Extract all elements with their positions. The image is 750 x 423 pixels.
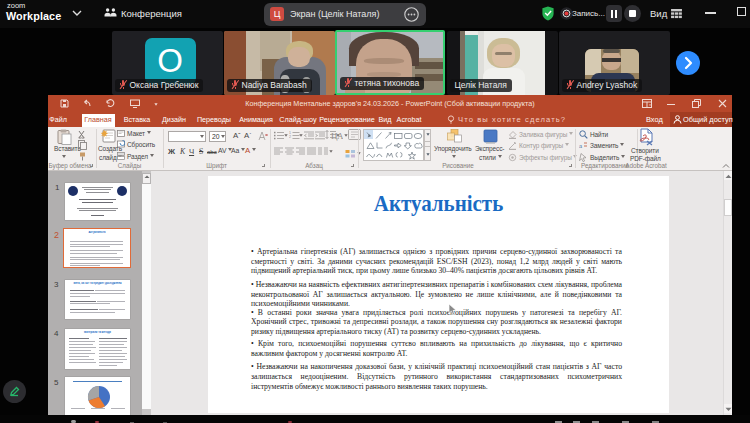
svg-text:a: a — [579, 142, 583, 150]
svg-text:A: A — [337, 131, 343, 141]
svg-text:2: 2 — [289, 134, 291, 138]
